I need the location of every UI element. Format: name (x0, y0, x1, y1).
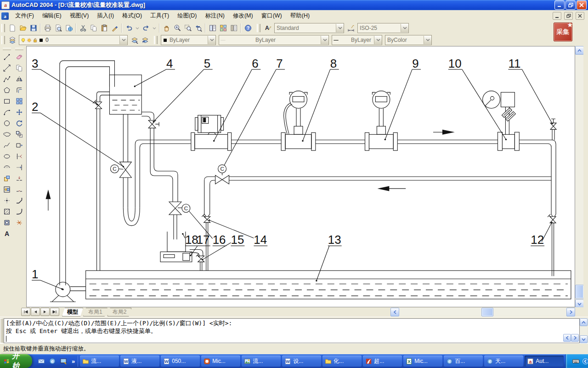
layer-previous-button[interactable] (140, 35, 150, 46)
close-button[interactable] (577, 0, 587, 10)
combo-arrow-icon[interactable] (401, 24, 408, 32)
capture-tool-badge[interactable]: 采集 (554, 23, 572, 41)
outlook-express-launch-button[interactable] (37, 356, 46, 366)
toolbar-grip[interactable] (154, 36, 158, 44)
open-button[interactable] (17, 23, 28, 33)
keyboard-tray-icon[interactable] (572, 358, 579, 365)
publish-button[interactable] (63, 23, 74, 33)
combo-arrow-icon[interactable] (424, 36, 431, 44)
polyline-button[interactable] (1, 74, 13, 85)
taskbar-button-2[interactable]: W050... (161, 356, 200, 367)
restore-button[interactable] (565, 0, 576, 10)
command-scrollbar[interactable] (580, 318, 588, 343)
dim-style-combo[interactable]: ISO-25 (357, 23, 409, 33)
toolbar-grip[interactable] (3, 48, 11, 50)
array-button[interactable] (13, 96, 25, 107)
fillet-button[interactable] (13, 206, 25, 217)
scale-button[interactable] (13, 129, 25, 140)
command-scroll-left-button[interactable] (563, 334, 571, 342)
menu-item-2[interactable]: 视图(V) (66, 11, 93, 20)
circle-button[interactable] (1, 118, 13, 129)
zoom-previous-button[interactable] (193, 23, 204, 33)
menu-item-6[interactable]: 绘图(D) (173, 11, 201, 20)
trim-button[interactable] (13, 151, 25, 162)
explode-button[interactable] (13, 217, 25, 228)
toolbar-grip[interactable] (1, 36, 5, 44)
previous-tab-button[interactable] (31, 308, 40, 316)
make-layer-current-button[interactable] (129, 35, 140, 46)
vertical-scroll-thumb[interactable] (575, 285, 584, 299)
tab-layout2[interactable]: 布局2 (107, 308, 132, 316)
minimize-button[interactable] (554, 0, 565, 10)
insert-block-button[interactable] (1, 173, 13, 184)
taskbar-button-6[interactable]: 化... (322, 356, 362, 367)
break-at-point-button[interactable] (13, 173, 25, 184)
designcenter-button[interactable] (218, 23, 228, 33)
command-text-area[interactable]: [全部(A)/中心点(C)/动态(D)/范围(E)/上一个(P)/比例(S)/窗… (4, 318, 580, 343)
copy-object-button[interactable] (13, 63, 25, 74)
menu-item-9[interactable]: 窗口(W) (257, 11, 286, 20)
extend-button[interactable] (13, 162, 25, 173)
redo-button[interactable] (141, 23, 151, 33)
start-button[interactable]: 开始 (0, 354, 32, 368)
construction-line-button[interactable] (1, 63, 13, 74)
mdi-minimize-button[interactable] (553, 12, 561, 20)
menu-item-7[interactable]: 标注(N) (201, 11, 229, 20)
paste-button[interactable] (99, 23, 109, 33)
taskbar-button-3[interactable]: Mic... (201, 356, 240, 367)
menu-item-10[interactable]: 帮助(H) (286, 11, 314, 20)
polygon-button[interactable] (1, 85, 13, 96)
linetype-combo[interactable]: ByLayer (219, 35, 329, 45)
rectangle-button[interactable] (1, 96, 13, 107)
line-button[interactable] (1, 52, 13, 63)
zoom-realtime-button[interactable] (172, 23, 182, 33)
combo-arrow-icon[interactable] (119, 36, 127, 44)
text-style-button[interactable]: A (262, 23, 273, 33)
lineweight-combo[interactable]: ByLayer (332, 35, 382, 45)
scroll-left-button[interactable] (390, 308, 399, 316)
mdi-restore-button[interactable] (564, 12, 573, 20)
properties-button[interactable] (207, 23, 218, 33)
hatch-button[interactable] (1, 206, 13, 217)
toolbar-grip[interactable] (257, 24, 260, 32)
new-button[interactable] (7, 23, 17, 33)
taskbar-button-7[interactable]: 超... (363, 356, 402, 367)
canvas-vertical-scrollbar[interactable] (575, 46, 583, 307)
combo-arrow-icon[interactable] (208, 36, 215, 44)
menu-item-1[interactable]: 编辑(E) (38, 11, 66, 20)
toolbar-grip[interactable] (1, 24, 5, 32)
chamfer-button[interactable] (13, 195, 25, 206)
save-button[interactable] (28, 23, 39, 33)
canvas-horizontal-scrollbar[interactable] (390, 308, 575, 316)
erase-button[interactable] (13, 52, 25, 63)
taskbar-button-11[interactable]: aAut... (525, 356, 564, 367)
color-combo[interactable]: ByLayer (161, 35, 216, 45)
spline-button[interactable] (1, 140, 13, 151)
taskbar-button-1[interactable]: W液... (120, 356, 159, 367)
menu-item-0[interactable]: 文件(F) (11, 11, 38, 20)
internet-explorer-launch-button[interactable]: e (48, 356, 57, 366)
stretch-button[interactable] (13, 140, 25, 151)
command-scroll-right-button[interactable] (571, 334, 579, 342)
region-button[interactable] (1, 217, 13, 228)
cut-button[interactable] (78, 23, 88, 33)
break-button[interactable] (13, 184, 25, 195)
command-prompt-line[interactable] (6, 335, 577, 343)
move-button[interactable] (13, 107, 25, 118)
layer-properties-button[interactable] (7, 35, 17, 46)
dropdown-arrow-button[interactable] (134, 23, 141, 33)
mdi-close-button[interactable] (576, 12, 584, 20)
combo-arrow-icon[interactable] (336, 24, 344, 32)
plot-style-combo[interactable]: ByColor (385, 35, 432, 45)
menu-item-8[interactable]: 修改(M) (229, 11, 257, 20)
taskbar-button-4[interactable]: 流... (242, 356, 281, 367)
taskbar-button-9[interactable]: e百... (444, 356, 483, 367)
zoom-window-button[interactable] (182, 23, 193, 33)
print-button[interactable] (42, 23, 53, 33)
help-button[interactable]: ? (243, 23, 253, 33)
quick-launch-overflow[interactable]: » (71, 358, 76, 365)
copy-button[interactable] (88, 23, 99, 33)
taskbar-button-10[interactable]: e天... (484, 356, 523, 367)
menu-item-3[interactable]: 插入(I) (93, 11, 118, 20)
ellipse-button[interactable] (1, 151, 13, 162)
